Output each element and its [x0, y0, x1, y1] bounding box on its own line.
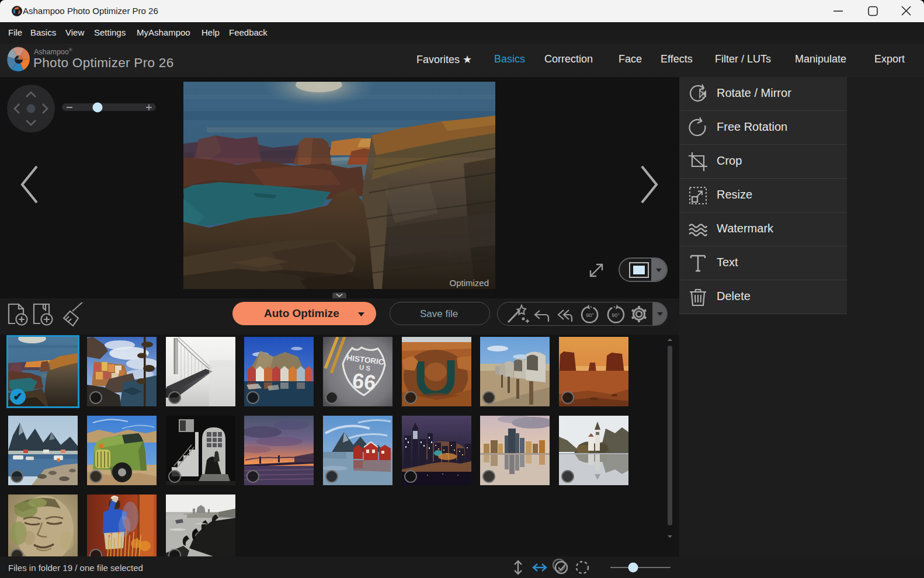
svg-text:Optimized: Optimized [449, 278, 489, 288]
svg-text:90°: 90° [586, 312, 594, 318]
svg-text:66: 66 [351, 368, 377, 395]
svg-text:90°: 90° [612, 312, 620, 318]
